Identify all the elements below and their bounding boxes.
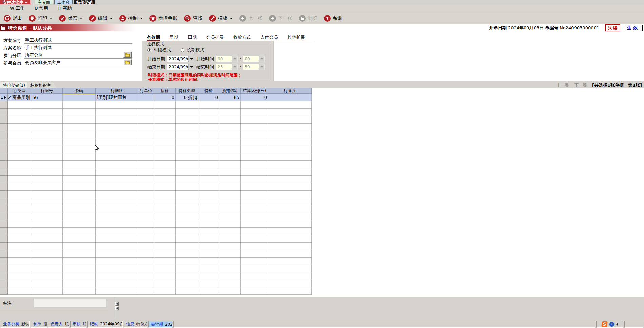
grid-cell[interactable]	[138, 176, 154, 183]
tab-payment-method[interactable]: 收款方式	[228, 34, 256, 41]
grid-cell[interactable]	[138, 265, 154, 272]
grid-cell[interactable]	[96, 168, 138, 176]
grid-cell[interactable]	[198, 228, 219, 235]
new-document-button[interactable]: 新增单据	[149, 15, 177, 22]
grid-cell[interactable]	[31, 287, 63, 295]
grid-cell[interactable]	[219, 153, 241, 161]
row-indicator-cell[interactable]	[0, 153, 8, 161]
grid-cell[interactable]	[8, 272, 31, 280]
grid-cell[interactable]	[268, 168, 312, 176]
col-unit[interactable]: 行单位	[138, 88, 154, 94]
grid-cell[interactable]	[154, 101, 176, 109]
grid-cell[interactable]	[176, 198, 198, 205]
grid-cell[interactable]	[241, 146, 268, 153]
tab-promo-detail[interactable]: 特价促销(1)	[0, 82, 32, 88]
grid-cell[interactable]	[176, 168, 198, 176]
grid-cell[interactable]	[176, 176, 198, 183]
grid-cell[interactable]	[138, 153, 154, 161]
grid-cell[interactable]	[219, 109, 241, 116]
grid-cell[interactable]	[241, 124, 268, 131]
grid-cell[interactable]	[219, 131, 241, 138]
end-minute-combo[interactable]: 59	[243, 64, 265, 70]
grid-cell[interactable]	[96, 191, 138, 198]
grid-cell[interactable]	[31, 124, 63, 131]
grid-cell[interactable]	[154, 124, 176, 131]
end-date-combo[interactable]: 2024/09/08	[167, 64, 194, 70]
tab-date[interactable]: 日期	[183, 34, 201, 41]
grid-cell[interactable]	[176, 183, 198, 191]
grid-cell[interactable]	[63, 280, 96, 287]
grid-cell[interactable]	[268, 250, 312, 258]
row-indicator-cell[interactable]	[0, 213, 8, 220]
grid-cell[interactable]	[31, 191, 63, 198]
tab-special-promo[interactable]: 特价促销	[74, 0, 95, 4]
grid-cell[interactable]	[63, 243, 96, 250]
grid-cell[interactable]	[219, 258, 241, 265]
grid-cell[interactable]	[176, 228, 198, 235]
grid-cell[interactable]	[219, 235, 241, 243]
member-picker-button[interactable]	[123, 59, 132, 65]
sogou-input-icon[interactable]: S	[601, 321, 608, 327]
grid-cell[interactable]	[96, 176, 138, 183]
grid-cell[interactable]	[198, 220, 219, 228]
grid-cell[interactable]	[31, 243, 63, 250]
grid-cell[interactable]	[138, 183, 154, 191]
grid-cell[interactable]	[138, 161, 154, 168]
tab-valid-period[interactable]: 有效期	[142, 34, 165, 41]
grid-cell[interactable]	[63, 176, 96, 183]
grid-cell[interactable]	[154, 183, 176, 191]
grid-cell[interactable]	[138, 124, 154, 131]
row-indicator-cell[interactable]	[0, 235, 8, 243]
grid-cell[interactable]	[31, 101, 63, 109]
grid-cell[interactable]	[154, 213, 176, 220]
grid-cell[interactable]	[154, 138, 176, 146]
row-indicator-cell[interactable]	[0, 250, 8, 258]
grid-cell[interactable]	[8, 146, 31, 153]
grid-cell[interactable]	[8, 280, 31, 287]
grid-cell[interactable]	[154, 131, 176, 138]
grid-cell[interactable]	[219, 101, 241, 109]
grid-cell[interactable]	[176, 161, 198, 168]
dropdown-arrow-icon[interactable]	[232, 56, 237, 62]
grid-cell[interactable]	[138, 138, 154, 146]
grid-cell[interactable]	[31, 235, 63, 243]
grid-cell[interactable]	[96, 258, 138, 265]
grid-cell[interactable]	[8, 287, 31, 295]
grid-cell[interactable]	[138, 205, 154, 213]
grid-cell[interactable]	[241, 161, 268, 168]
splitter[interactable]	[114, 297, 114, 318]
exit-button[interactable]: 退出	[3, 15, 22, 22]
row-indicator-cell[interactable]	[0, 168, 8, 176]
grid-cell[interactable]	[198, 168, 219, 176]
grid-cell[interactable]	[31, 272, 63, 280]
row-indicator-cell[interactable]	[0, 220, 8, 228]
grid-cell[interactable]	[219, 146, 241, 153]
grid-cell[interactable]	[176, 235, 198, 243]
grid-cell[interactable]	[176, 280, 198, 287]
grid-cell[interactable]	[176, 191, 198, 198]
grid-cell[interactable]	[96, 287, 138, 295]
grid-cell[interactable]	[154, 287, 176, 295]
grid-cell[interactable]	[268, 116, 312, 124]
menu-work[interactable]: W 工作	[10, 5, 24, 12]
grid-cell[interactable]	[96, 213, 138, 220]
grid-cell[interactable]	[241, 116, 268, 124]
grid-cell[interactable]	[219, 116, 241, 124]
col-description[interactable]: 行描述	[96, 88, 138, 94]
row-indicator-cell[interactable]	[0, 198, 8, 205]
grid-cell[interactable]	[268, 161, 312, 168]
grid-cell[interactable]	[31, 109, 63, 116]
splitter-collapse-icon[interactable]	[115, 306, 119, 310]
plan-code-field[interactable]: 手工执行测试	[24, 37, 132, 44]
grid-cell[interactable]	[63, 183, 96, 191]
grid-cell[interactable]	[96, 124, 138, 131]
grid-cell[interactable]	[8, 161, 31, 168]
print-button[interactable]: 打印	[28, 15, 52, 22]
row-indicator-cell[interactable]	[0, 243, 8, 250]
grid-cell[interactable]	[154, 228, 176, 235]
grid-cell[interactable]	[63, 220, 96, 228]
grid-cell[interactable]	[154, 280, 176, 287]
dropdown-arrow-icon[interactable]	[188, 56, 194, 62]
grid-cell[interactable]	[31, 205, 63, 213]
grid-cell[interactable]	[31, 220, 63, 228]
